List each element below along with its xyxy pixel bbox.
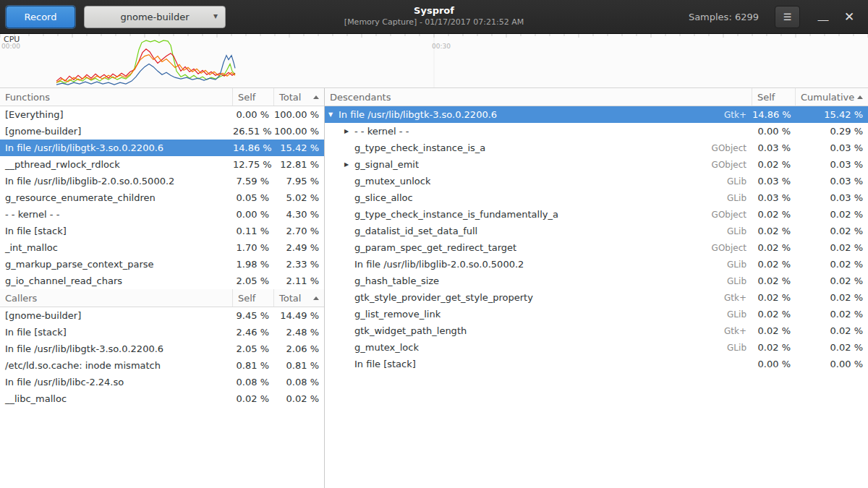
titlebar: Record gnome-builder ▾ Sysprof [Memory C… <box>0 0 868 34</box>
tree-row[interactable]: gtk_widget_path_lengthGtk+0.02 %0.02 % <box>325 322 868 339</box>
column-header-label: Descendants <box>330 92 391 103</box>
tree-row[interactable]: g_param_spec_get_redirect_targetGObject0… <box>325 239 868 256</box>
function-name: [Everything] <box>0 109 233 120</box>
library-label: GObject <box>706 243 752 253</box>
minimize-icon: — <box>818 13 829 25</box>
descendants-table: ▼In file /usr/lib/libgtk-3.so.0.2200.6Gt… <box>325 106 868 372</box>
table-row[interactable]: __libc_malloc0.02 %0.02 % <box>0 390 324 407</box>
column-header-cumulative[interactable]: Cumulative <box>796 88 868 106</box>
table-row[interactable]: /etc/ld.so.cache: inode mismatch0.81 %0.… <box>0 357 324 374</box>
tree-row[interactable]: In file /usr/lib/libglib-2.0.so.0.5000.2… <box>325 256 868 273</box>
column-header-self[interactable]: Self <box>752 88 796 106</box>
close-button[interactable]: ✕ <box>836 6 862 28</box>
column-header-callers[interactable]: Callers <box>0 289 233 307</box>
column-header-self[interactable]: Self <box>233 289 274 307</box>
function-name: __pthread_rwlock_rdlock <box>0 159 233 170</box>
app-title: Sysprof <box>344 5 524 16</box>
process-selector-label: gnome-builder <box>120 12 189 22</box>
table-row[interactable]: [gnome-builder]9.45 %14.49 % <box>0 307 324 324</box>
table-row[interactable]: g_markup_parse_context_parse1.98 %2.33 % <box>0 256 324 273</box>
tree-name-cell: gtk_widget_path_lengthGtk+ <box>325 325 752 336</box>
tree-name-cell: gtk_style_provider_get_style_propertyGtk… <box>325 292 752 303</box>
column-header-label: Total <box>279 293 301 304</box>
table-row[interactable]: In file /usr/lib/libglib-2.0.so.0.5000.2… <box>0 173 324 189</box>
table-row[interactable]: [Everything]0.00 %100.00 % <box>0 106 324 123</box>
table-row[interactable]: [gnome-builder]26.51 %100.00 % <box>0 123 324 140</box>
expander-icon[interactable]: ▶ <box>344 162 354 168</box>
column-header-functions[interactable]: Functions <box>0 88 233 106</box>
tree-row[interactable]: g_mutex_lockGLib0.02 %0.02 % <box>325 339 868 356</box>
table-row[interactable]: g_io_channel_read_chars2.05 %2.11 % <box>0 273 324 289</box>
column-header-label: Total <box>279 92 301 103</box>
self-percent: 2.05 % <box>233 343 274 354</box>
column-header-self[interactable]: Self <box>233 88 274 106</box>
expander-icon[interactable]: ▶ <box>344 129 354 134</box>
library-label: GLib <box>721 226 752 236</box>
self-percent: 0.81 % <box>233 360 274 371</box>
tree-row[interactable]: ▼In file /usr/lib/libgtk-3.so.0.2200.6Gt… <box>325 106 868 123</box>
tree-row[interactable]: ▶- - kernel - -0.00 %0.29 % <box>325 123 868 140</box>
tree-name-cell: g_type_check_instance_is_fundamentally_a… <box>325 209 752 220</box>
tree-row[interactable]: ▶g_signal_emitGObject0.02 %0.03 % <box>325 156 868 173</box>
process-selector[interactable]: gnome-builder ▾ <box>84 6 226 28</box>
table-row[interactable]: In file /usr/lib/libgtk-3.so.0.2200.614.… <box>0 140 324 156</box>
self-percent: 0.00 % <box>233 109 274 120</box>
tree-row[interactable]: g_type_check_instance_is_fundamentally_a… <box>325 206 868 223</box>
function-name: __libc_malloc <box>0 393 233 404</box>
tree-row[interactable]: g_slice_allocGLib0.03 %0.03 % <box>325 189 868 206</box>
tree-name-cell: g_slice_allocGLib <box>325 192 752 203</box>
table-row[interactable]: - - kernel - -0.00 %4.30 % <box>0 206 324 223</box>
menu-button[interactable]: ☰ <box>775 6 800 28</box>
self-percent: 9.45 % <box>233 310 274 321</box>
function-name: /etc/ld.so.cache: inode mismatch <box>0 360 233 371</box>
self-percent: 0.00 % <box>233 209 274 220</box>
self-percent: 0.03 % <box>752 192 796 203</box>
tree-row[interactable]: g_mutex_unlockGLib0.03 %0.03 % <box>325 173 868 189</box>
self-percent: 0.02 % <box>752 325 796 336</box>
self-percent: 0.02 % <box>752 159 796 170</box>
table-row[interactable]: In file /usr/lib/libc-2.24.so0.08 %0.08 … <box>0 374 324 390</box>
table-row[interactable]: g_resource_enumerate_children0.05 %5.02 … <box>0 189 324 206</box>
record-button[interactable]: Record <box>6 6 75 28</box>
function-name: In file /usr/lib/libgtk-3.so.0.2200.6 <box>0 142 233 153</box>
tree-row[interactable]: g_type_check_instance_is_aGObject0.03 %0… <box>325 140 868 156</box>
callers-table-header: Callers Self Total <box>0 289 324 307</box>
function-name: g_list_remove_link <box>354 309 441 320</box>
tree-row[interactable]: g_datalist_id_set_data_fullGLib0.02 %0.0… <box>325 223 868 239</box>
column-header-total[interactable]: Total <box>274 289 324 307</box>
tree-row[interactable]: In file [stack]0.00 %0.00 % <box>325 356 868 372</box>
minimize-button[interactable]: — <box>810 6 836 28</box>
function-name: In file [stack] <box>0 327 233 338</box>
table-row[interactable]: In file [stack]2.46 %2.48 % <box>0 324 324 341</box>
cumulative-percent: 15.42 % <box>796 109 868 120</box>
table-row[interactable]: In file /usr/lib/libgtk-3.so.0.2200.62.0… <box>0 341 324 357</box>
tree-name-cell: In file /usr/lib/libglib-2.0.so.0.5000.2… <box>325 259 752 270</box>
column-header-total[interactable]: Total <box>274 88 324 106</box>
cpu-line-red <box>56 49 235 81</box>
total-percent: 100.00 % <box>274 126 324 137</box>
function-name: g_io_channel_read_chars <box>0 275 233 286</box>
tree-name-cell: ▶- - kernel - - <box>325 126 752 137</box>
collapse-icon[interactable]: ▼ <box>328 112 339 118</box>
column-header-descendants[interactable]: Descendants <box>325 88 752 106</box>
function-name: In file /usr/lib/libglib-2.0.so.0.5000.2 <box>0 176 233 187</box>
function-name: - - kernel - - <box>354 126 409 137</box>
tree-row[interactable]: g_list_remove_linkGLib0.02 %0.02 % <box>325 306 868 322</box>
cpu-graph[interactable]: CPU 00:00 00:30 <box>0 34 868 88</box>
library-label: GLib <box>721 176 752 187</box>
table-row[interactable]: In file [stack]0.11 %2.70 % <box>0 223 324 239</box>
cumulative-percent: 0.02 % <box>796 209 868 220</box>
hamburger-icon: ☰ <box>783 12 792 22</box>
function-name: [gnome-builder] <box>0 126 233 137</box>
tree-name-cell: g_param_spec_get_redirect_targetGObject <box>325 242 752 253</box>
table-row[interactable]: _int_malloc1.70 %2.49 % <box>0 239 324 256</box>
tree-row[interactable]: g_hash_table_sizeGLib0.02 %0.02 % <box>325 273 868 289</box>
tree-name-cell: g_type_check_instance_is_aGObject <box>325 142 752 153</box>
self-percent: 0.03 % <box>752 142 796 153</box>
table-row[interactable]: __pthread_rwlock_rdlock12.75 %12.81 % <box>0 156 324 173</box>
function-name: g_markup_parse_context_parse <box>0 259 233 270</box>
function-name: In file /usr/lib/libc-2.24.so <box>0 377 233 388</box>
tree-row[interactable]: gtk_style_provider_get_style_propertyGtk… <box>325 289 868 306</box>
library-label: GLib <box>721 193 752 203</box>
self-percent: 0.00 % <box>752 359 796 369</box>
